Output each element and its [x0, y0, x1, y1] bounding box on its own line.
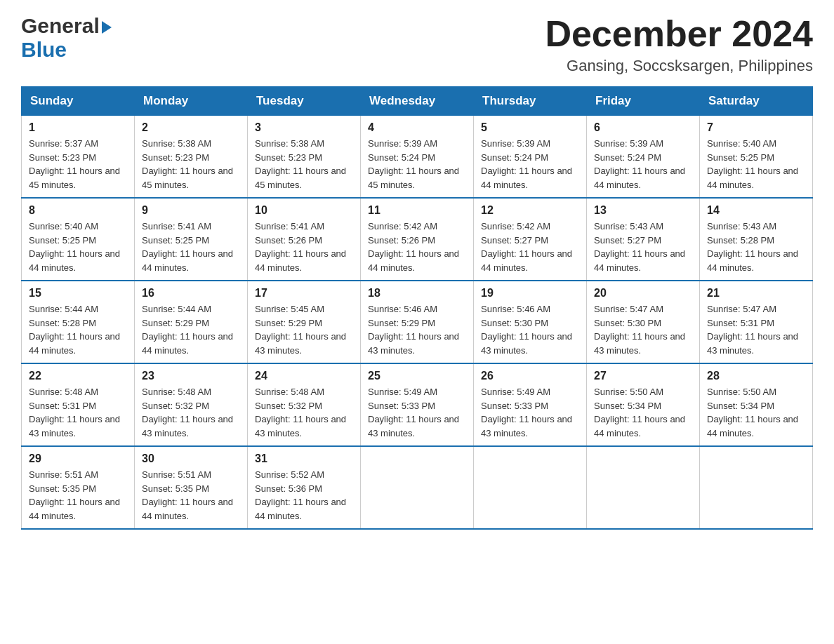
calendar-cell: 12 Sunrise: 5:42 AM Sunset: 5:27 PM Dayl… — [474, 198, 587, 281]
calendar-cell: 2 Sunrise: 5:38 AM Sunset: 5:23 PM Dayli… — [135, 116, 248, 199]
title-area: December 2024 Gansing, Soccsksargen, Phi… — [545, 14, 813, 75]
logo-blue-text: Blue — [21, 38, 112, 62]
day-info: Sunrise: 5:38 AM Sunset: 5:23 PM Dayligh… — [255, 137, 353, 192]
day-info: Sunrise: 5:44 AM Sunset: 5:29 PM Dayligh… — [142, 302, 240, 357]
calendar-week-row: 15 Sunrise: 5:44 AM Sunset: 5:28 PM Dayl… — [22, 281, 813, 363]
calendar-cell: 27 Sunrise: 5:50 AM Sunset: 5:34 PM Dayl… — [587, 363, 700, 446]
logo-general-text: General — [21, 14, 100, 38]
day-number: 25 — [368, 370, 466, 382]
day-number: 30 — [142, 452, 240, 465]
calendar-cell: 29 Sunrise: 5:51 AM Sunset: 5:35 PM Dayl… — [22, 446, 135, 529]
calendar-cell: 22 Sunrise: 5:48 AM Sunset: 5:31 PM Dayl… — [22, 363, 135, 446]
day-number: 2 — [142, 121, 240, 134]
day-number: 28 — [707, 370, 805, 382]
day-number: 9 — [142, 204, 240, 217]
calendar-cell: 23 Sunrise: 5:48 AM Sunset: 5:32 PM Dayl… — [135, 363, 248, 446]
calendar-week-row: 1 Sunrise: 5:37 AM Sunset: 5:23 PM Dayli… — [22, 116, 813, 199]
calendar-cell: 7 Sunrise: 5:40 AM Sunset: 5:25 PM Dayli… — [700, 116, 813, 199]
day-number: 3 — [255, 121, 353, 134]
col-header-sunday: Sunday — [22, 87, 135, 116]
day-number: 27 — [594, 370, 692, 382]
day-number: 18 — [368, 287, 466, 300]
col-header-saturday: Saturday — [700, 87, 813, 116]
day-info: Sunrise: 5:46 AM Sunset: 5:30 PM Dayligh… — [481, 302, 579, 357]
calendar-cell — [700, 446, 813, 529]
day-number: 1 — [29, 121, 127, 134]
day-info: Sunrise: 5:44 AM Sunset: 5:28 PM Dayligh… — [29, 302, 127, 357]
calendar-cell: 10 Sunrise: 5:41 AM Sunset: 5:26 PM Dayl… — [248, 198, 361, 281]
day-number: 15 — [29, 287, 127, 300]
calendar-cell: 8 Sunrise: 5:40 AM Sunset: 5:25 PM Dayli… — [22, 198, 135, 281]
day-info: Sunrise: 5:49 AM Sunset: 5:33 PM Dayligh… — [481, 385, 579, 440]
col-header-thursday: Thursday — [474, 87, 587, 116]
calendar-cell: 13 Sunrise: 5:43 AM Sunset: 5:27 PM Dayl… — [587, 198, 700, 281]
day-number: 13 — [594, 204, 692, 217]
calendar-cell — [587, 446, 700, 529]
day-info: Sunrise: 5:40 AM Sunset: 5:25 PM Dayligh… — [29, 220, 127, 274]
day-info: Sunrise: 5:52 AM Sunset: 5:36 PM Dayligh… — [255, 468, 353, 523]
day-number: 11 — [368, 204, 466, 217]
day-info: Sunrise: 5:51 AM Sunset: 5:35 PM Dayligh… — [142, 468, 240, 523]
day-info: Sunrise: 5:48 AM Sunset: 5:32 PM Dayligh… — [255, 385, 353, 440]
day-info: Sunrise: 5:47 AM Sunset: 5:31 PM Dayligh… — [707, 302, 805, 357]
day-info: Sunrise: 5:38 AM Sunset: 5:23 PM Dayligh… — [142, 137, 240, 192]
day-info: Sunrise: 5:45 AM Sunset: 5:29 PM Dayligh… — [255, 302, 353, 357]
day-info: Sunrise: 5:41 AM Sunset: 5:25 PM Dayligh… — [142, 220, 240, 274]
calendar-week-row: 8 Sunrise: 5:40 AM Sunset: 5:25 PM Dayli… — [22, 198, 813, 281]
day-info: Sunrise: 5:37 AM Sunset: 5:23 PM Dayligh… — [29, 137, 127, 192]
day-info: Sunrise: 5:48 AM Sunset: 5:31 PM Dayligh… — [29, 385, 127, 440]
day-number: 23 — [142, 370, 240, 382]
day-number: 22 — [29, 370, 127, 382]
col-header-tuesday: Tuesday — [248, 87, 361, 116]
day-number: 10 — [255, 204, 353, 217]
day-number: 19 — [481, 287, 579, 300]
calendar-cell: 1 Sunrise: 5:37 AM Sunset: 5:23 PM Dayli… — [22, 116, 135, 199]
calendar-cell: 24 Sunrise: 5:48 AM Sunset: 5:32 PM Dayl… — [248, 363, 361, 446]
calendar-cell: 28 Sunrise: 5:50 AM Sunset: 5:34 PM Dayl… — [700, 363, 813, 446]
calendar-cell: 14 Sunrise: 5:43 AM Sunset: 5:28 PM Dayl… — [700, 198, 813, 281]
calendar-cell: 16 Sunrise: 5:44 AM Sunset: 5:29 PM Dayl… — [135, 281, 248, 363]
day-number: 20 — [594, 287, 692, 300]
calendar-header-row: SundayMondayTuesdayWednesdayThursdayFrid… — [22, 87, 813, 116]
day-number: 6 — [594, 121, 692, 134]
calendar-cell: 3 Sunrise: 5:38 AM Sunset: 5:23 PM Dayli… — [248, 116, 361, 199]
calendar-cell — [474, 446, 587, 529]
day-info: Sunrise: 5:39 AM Sunset: 5:24 PM Dayligh… — [594, 137, 692, 192]
day-number: 26 — [481, 370, 579, 382]
calendar-cell: 9 Sunrise: 5:41 AM Sunset: 5:25 PM Dayli… — [135, 198, 248, 281]
day-info: Sunrise: 5:42 AM Sunset: 5:27 PM Dayligh… — [481, 220, 579, 274]
calendar-cell: 18 Sunrise: 5:46 AM Sunset: 5:29 PM Dayl… — [361, 281, 474, 363]
calendar-cell: 17 Sunrise: 5:45 AM Sunset: 5:29 PM Dayl… — [248, 281, 361, 363]
day-info: Sunrise: 5:42 AM Sunset: 5:26 PM Dayligh… — [368, 220, 466, 274]
logo-arrow-icon — [102, 21, 112, 34]
day-number: 7 — [707, 121, 805, 134]
day-number: 24 — [255, 370, 353, 382]
calendar-table: SundayMondayTuesdayWednesdayThursdayFrid… — [21, 86, 813, 530]
day-info: Sunrise: 5:43 AM Sunset: 5:28 PM Dayligh… — [707, 220, 805, 274]
day-info: Sunrise: 5:40 AM Sunset: 5:25 PM Dayligh… — [707, 137, 805, 192]
page-header: General Blue December 2024 Gansing, Socc… — [21, 14, 813, 75]
day-info: Sunrise: 5:47 AM Sunset: 5:30 PM Dayligh… — [594, 302, 692, 357]
day-info: Sunrise: 5:50 AM Sunset: 5:34 PM Dayligh… — [707, 385, 805, 440]
logo: General Blue — [21, 14, 112, 62]
day-number: 8 — [29, 204, 127, 217]
col-header-wednesday: Wednesday — [361, 87, 474, 116]
day-number: 16 — [142, 287, 240, 300]
day-number: 4 — [368, 121, 466, 134]
day-number: 14 — [707, 204, 805, 217]
day-number: 21 — [707, 287, 805, 300]
calendar-cell — [361, 446, 474, 529]
calendar-cell: 19 Sunrise: 5:46 AM Sunset: 5:30 PM Dayl… — [474, 281, 587, 363]
calendar-cell: 20 Sunrise: 5:47 AM Sunset: 5:30 PM Dayl… — [587, 281, 700, 363]
calendar-cell: 21 Sunrise: 5:47 AM Sunset: 5:31 PM Dayl… — [700, 281, 813, 363]
col-header-friday: Friday — [587, 87, 700, 116]
day-info: Sunrise: 5:43 AM Sunset: 5:27 PM Dayligh… — [594, 220, 692, 274]
day-info: Sunrise: 5:41 AM Sunset: 5:26 PM Dayligh… — [255, 220, 353, 274]
col-header-monday: Monday — [135, 87, 248, 116]
calendar-week-row: 22 Sunrise: 5:48 AM Sunset: 5:31 PM Dayl… — [22, 363, 813, 446]
day-number: 12 — [481, 204, 579, 217]
calendar-cell: 4 Sunrise: 5:39 AM Sunset: 5:24 PM Dayli… — [361, 116, 474, 199]
calendar-cell: 11 Sunrise: 5:42 AM Sunset: 5:26 PM Dayl… — [361, 198, 474, 281]
day-number: 31 — [255, 452, 353, 465]
day-number: 29 — [29, 452, 127, 465]
